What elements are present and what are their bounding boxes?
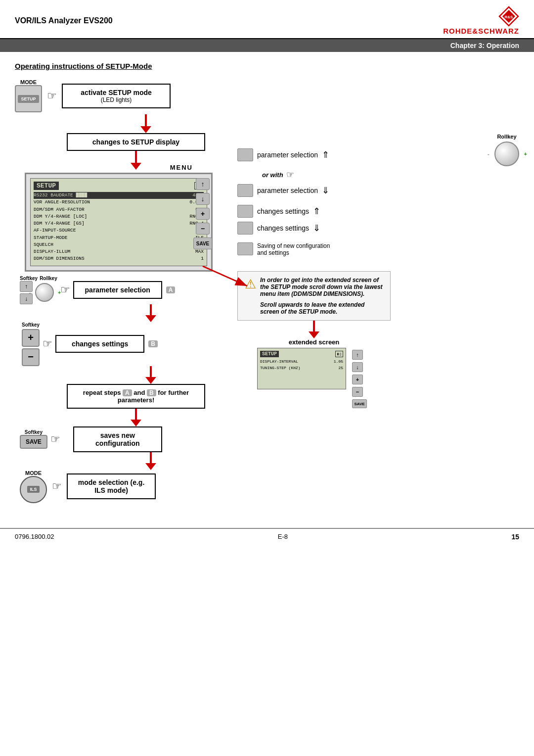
saves-new-label: saves new configuration [95, 431, 139, 447]
param-softkey-2[interactable] [237, 184, 253, 197]
step-a-badge: A [166, 286, 176, 293]
red-triangle-3 [145, 315, 156, 322]
setup-row-0: RS232 BAUDRATE ████ 4800 [34, 192, 204, 199]
ext-up-btn[interactable]: ↑ [352, 350, 363, 360]
changes-softkey-1[interactable] [237, 205, 253, 218]
setup-row-4: DDM Y/4-RANGE [GS] RNG.4 [34, 220, 204, 227]
setup-row-7-label: SQUELCH [34, 241, 53, 248]
right-panel: Rollkey - + parameter selection ⇑ or wit… [227, 79, 519, 503]
red-line-1 [145, 114, 147, 126]
softkey-plus-minus-group: Softkey + − [22, 322, 40, 366]
minus-softkey-btn[interactable]: − [22, 348, 40, 366]
diagonal-arrow-icon [198, 261, 257, 291]
save-softkey-btn[interactable]: SAVE [20, 435, 47, 449]
up-button[interactable]: ↑ [196, 178, 210, 190]
changes-settings-2-label: changes settings [257, 224, 309, 232]
hand-pointer-icon-2: ☞ [60, 284, 70, 296]
param-line-2: parameter selection ⇓ [237, 184, 519, 197]
setup-row-2-label: DDM/SDM AVG-FACTOR [34, 206, 85, 213]
rollkey-right[interactable] [494, 142, 519, 166]
rollkey-minus-icon: - [29, 290, 31, 295]
setup-row-8-label: DISPLAY-ILLUM [34, 248, 70, 255]
changes-line-2: changes settings ⇓ [237, 222, 519, 235]
warning-box: ⚠ In order to get into the extended scre… [237, 271, 391, 321]
setup-screen-title: SETUP [34, 182, 59, 190]
ext-minus-btn[interactable]: − [352, 387, 363, 397]
activate-label: activate SETUP mode [70, 89, 163, 96]
softkey-changes-row: Softkey + − ☞ changes settings B [20, 322, 227, 366]
arrow3-container [74, 304, 227, 322]
rollkey-plus-right: + [524, 151, 527, 157]
changes-settings-label: changes settings [72, 340, 128, 348]
sr-controls: ↑ ↓ - + [20, 281, 57, 304]
red-line-4 [150, 366, 152, 377]
ext-down-btn[interactable]: ↓ [352, 362, 363, 372]
setup-row-7: SQUELCH ON [34, 241, 204, 248]
save-button[interactable]: SAVE [193, 237, 212, 249]
repeat-box-container: repeat steps A and B for further paramet… [44, 384, 227, 409]
mode-selection-box: mode selection (e.g. ILS mode) [67, 473, 156, 499]
setup-row-2: DDM/SDM AVG-FACTOR 6.4 [34, 206, 204, 213]
hand-pointer-icon-4: ☞ [50, 433, 60, 446]
setup-side-buttons: ↑ ↓ + − SAVE [193, 178, 212, 249]
logo-area: R&S ROHDE&SCHWARZ [443, 6, 519, 35]
param-selection-label: parameter selection [85, 286, 150, 294]
red-triangle-ext [309, 331, 319, 338]
ext-header: SETUP ▮▯ [260, 351, 343, 357]
rollkey[interactable] [35, 283, 54, 302]
red-triangle-6 [145, 463, 156, 470]
down-button[interactable]: ↓ [196, 193, 210, 205]
ils-mode-button[interactable]: ILS [20, 476, 47, 503]
ext-save-btn[interactable]: SAVE [352, 399, 367, 408]
ext-plus-btn[interactable]: + [352, 375, 363, 384]
arrow6-container [74, 452, 227, 470]
setup-row-8: DISPLAY-ILLUM MAX [34, 248, 204, 255]
softkey-save-label: Softkey [25, 429, 43, 435]
softkey-label-top: Softkey [20, 276, 38, 281]
page-ref: E-8 [278, 533, 288, 540]
setup-mode-button[interactable]: SETUP [15, 85, 42, 112]
doc-number: 0796.1800.02 [15, 533, 54, 540]
repeat-a: A [123, 389, 132, 396]
mode-setup-group: MODE SETUP [15, 79, 42, 112]
changes-softkey-2[interactable] [237, 222, 253, 235]
arrow4 [145, 366, 156, 384]
plus-button[interactable]: + [196, 208, 210, 220]
main-content: Operating instructions of SETUP-Mode MOD… [0, 52, 534, 513]
param-softkey-1[interactable] [237, 148, 253, 161]
document-title: VOR/ILS Analyzer EVS200 [15, 16, 113, 25]
softkey-rollkey-group: Softkey Rollkey ↑ ↓ - + [20, 276, 57, 304]
page-footer: 0796.1800.02 E-8 15 [0, 528, 534, 545]
ext-title: SETUP [260, 351, 279, 357]
warning-text-group: In order to get into the extended screen… [260, 277, 383, 315]
mode-top-label: MODE [20, 79, 37, 85]
param-arrow-up: ⇑ [322, 149, 329, 160]
extended-setup-screen: SETUP ▮▯ DISPLAY-INTERVAL 1.05 TUNING-ST… [257, 348, 346, 389]
minus-button[interactable]: − [196, 223, 210, 235]
hand-pointer-icon: ☞ [47, 90, 57, 102]
warning-section: ⚠ In order to get into the extended scre… [237, 271, 519, 389]
repeat-steps-box: repeat steps A and B for further paramet… [67, 384, 205, 409]
setup-row-5-label: AF-INPUT-SOURCE [34, 227, 76, 234]
logo-text: ROHDE&SCHWARZ [443, 27, 519, 35]
softkey-label-2: Softkey [22, 322, 40, 328]
setup-row-9-label: DDM/SDM DIMENSIONS [34, 255, 85, 262]
setup-display: SETUP ▮▯ RS232 BAUDRATE ████ 4800 VOR AN… [25, 173, 213, 272]
changes-settings-1-label: changes settings [257, 207, 309, 215]
ils-inner-label: ILS [27, 486, 39, 493]
changes-line-1: changes settings ⇑ [237, 205, 519, 218]
ext-row-1-label: DISPLAY-INTERVAL [260, 359, 298, 365]
activate-sub: (LED lights) [70, 96, 163, 103]
saving-softkey[interactable] [237, 242, 253, 255]
changes-arrow-down: ⇓ [313, 223, 320, 234]
rollkey-right-container: - + [494, 142, 519, 166]
repeat-steps-text: repeat steps A and B for further paramet… [83, 389, 189, 404]
extended-screen-label: extended screen [237, 338, 391, 346]
ext-row-1: DISPLAY-INTERVAL 1.05 [260, 359, 343, 365]
activate-step: MODE SETUP ☞ activate SETUP mode (LED li… [15, 79, 227, 112]
setup-row-3: DDM Y/4-RANGE [LOC] RNG.4 [34, 213, 204, 220]
setup-row-1: VOR ANGLE-RESOLUTION 0.01° [34, 199, 204, 206]
rollkey-label-right: Rollkey [497, 134, 516, 140]
changes-display-label: changes to SETUP display [92, 138, 179, 146]
plus-softkey-btn[interactable]: + [22, 329, 40, 347]
